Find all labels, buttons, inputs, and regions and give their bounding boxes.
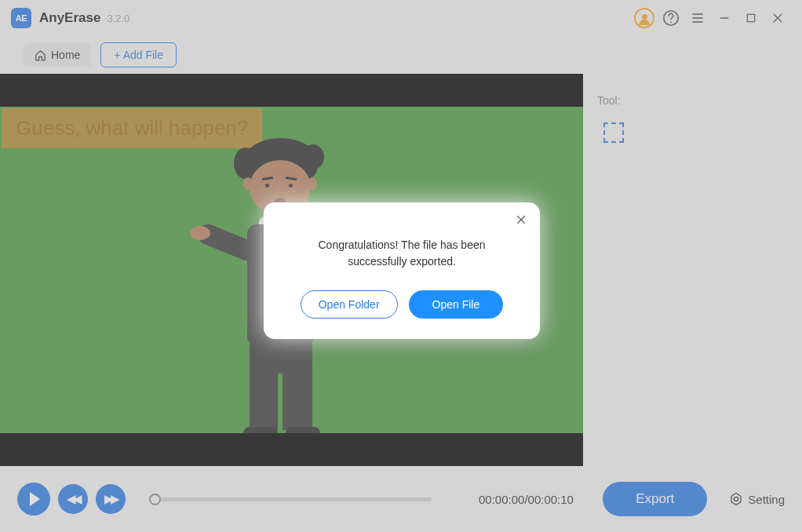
open-folder-button[interactable]: Open Folder [301, 290, 398, 319]
modal-message: Congratulations! The file has been succe… [289, 237, 515, 270]
modal-close-button[interactable] [515, 213, 527, 226]
close-icon [515, 213, 527, 226]
open-file-button[interactable]: Open File [409, 290, 504, 319]
export-success-modal: Congratulations! The file has been succe… [264, 202, 540, 339]
